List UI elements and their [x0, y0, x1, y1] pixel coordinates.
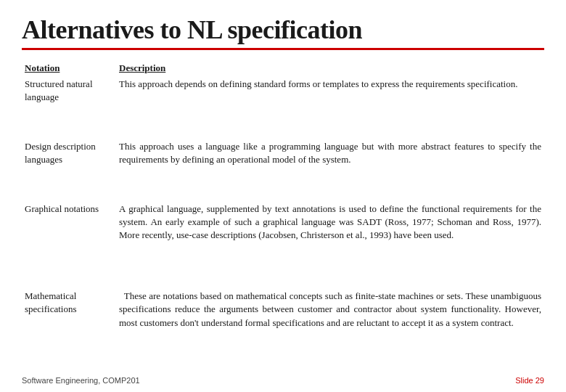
table-row: Graphical notations A graphical language…	[22, 201, 544, 283]
desc-cell-3: These are notations based on mathematica…	[116, 288, 544, 370]
content-table: Notation Description Structured natural …	[22, 60, 544, 370]
notation-cell-3: Mathematical specifications	[22, 288, 116, 370]
header-notation-cell: Notation	[22, 60, 116, 76]
red-divider	[22, 48, 544, 50]
desc-cell-2: A graphical language, supplemented by te…	[116, 201, 544, 283]
notation-cell-1: Design description languages	[22, 139, 116, 195]
footer-course: Software Engineering, COMP201	[22, 376, 140, 385]
slide-title: Alternatives to NL specification	[22, 15, 544, 45]
footer-slide-number: Slide 29	[515, 376, 544, 385]
notation-cell-0: Structured natural language	[22, 76, 116, 133]
slide-footer: Software Engineering, COMP201 Slide 29	[22, 370, 544, 385]
spacer-row-0	[22, 133, 544, 139]
table-row: Mathematical specifications These are no…	[22, 288, 544, 370]
description-header-label: Description	[119, 62, 165, 73]
spacer-row-2	[22, 282, 544, 288]
header-description-cell: Description	[116, 60, 544, 76]
table-row: Structured natural language This approac…	[22, 76, 544, 133]
notation-header-label: Notation	[25, 62, 60, 73]
table-header-row: Notation Description	[22, 60, 544, 76]
notation-cell-2: Graphical notations	[22, 201, 116, 283]
desc-cell-0: This approach depends on defining standa…	[116, 76, 544, 133]
spacer-row-1	[22, 195, 544, 201]
desc-cell-1: This approach uses a language like a pro…	[116, 139, 544, 195]
table-row: Design description languages This approa…	[22, 139, 544, 195]
title-section: Alternatives to NL specification	[22, 15, 544, 54]
slide-container: Alternatives to NL specification Notatio…	[0, 0, 566, 392]
